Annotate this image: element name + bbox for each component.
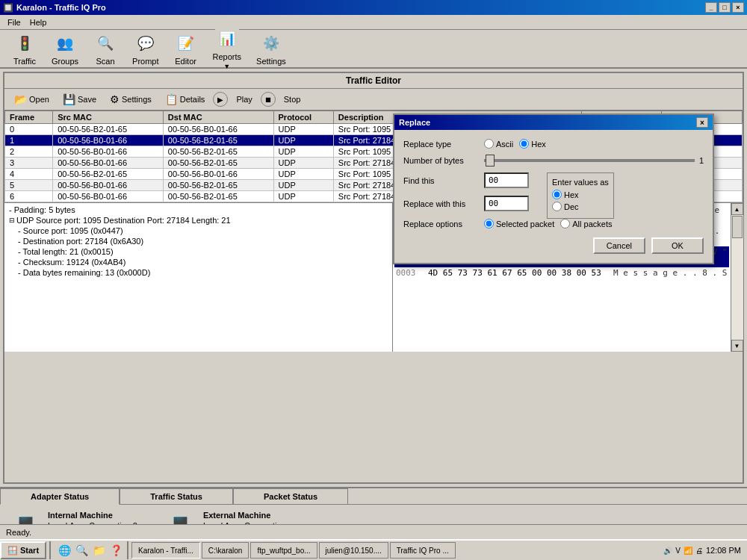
num-bytes-value: 1 <box>699 156 704 165</box>
col-frame: Frame <box>5 111 53 124</box>
groups-icon: 👥 <box>53 31 77 55</box>
replace-input[interactable] <box>484 196 529 211</box>
ascii-radio[interactable] <box>484 139 494 149</box>
dialog-close-button[interactable]: × <box>696 117 708 128</box>
find-label: Find this <box>403 176 478 185</box>
quick-launch-browser[interactable]: 🌐 <box>57 543 72 558</box>
tray-time: 12:08 PM <box>706 546 741 555</box>
num-bytes-label: Number of bytes <box>403 156 478 165</box>
selected-packet-label[interactable]: Selected packet <box>484 219 554 228</box>
scan-icon: 🔍 <box>93 31 117 55</box>
toolbar-scan[interactable]: 🔍 Scan <box>87 28 124 69</box>
settings-button[interactable]: ⚙ Settings <box>105 91 157 108</box>
tray-icon-network: 📶 <box>684 547 692 555</box>
toolbar-groups[interactable]: 👥 Groups <box>45 28 85 69</box>
quick-launch-folder[interactable]: 📁 <box>91 543 107 558</box>
toolbar-traffic[interactable]: 🚦 Traffic <box>6 28 43 69</box>
toolbar-editor[interactable]: 📝 Editor <box>167 28 205 69</box>
dialog-title-bar: Replace × <box>394 115 713 130</box>
find-row: Find this <box>403 172 529 188</box>
details-pane: - Padding: 5 bytes⊟ UDP Source port: 109… <box>4 202 743 352</box>
title-bar-controls: _ □ × <box>705 2 744 13</box>
selected-packet-radio[interactable] <box>484 219 494 228</box>
stop-circle-button[interactable]: ⏹ <box>261 92 276 107</box>
settings-small-icon: ⚙ <box>110 93 120 105</box>
start-button[interactable]: 🪟 Start <box>0 541 46 559</box>
status-tabs: Adapter Status Traffic Status Packet Sta… <box>0 488 747 505</box>
toolbar-reports[interactable]: 📊 Reports ▼ <box>206 24 249 73</box>
open-icon: 📂 <box>14 93 27 105</box>
enter-values-box: Enter values as Hex Dec <box>547 172 614 219</box>
minimize-button[interactable]: _ <box>705 2 717 13</box>
dec-values-radio[interactable] <box>552 202 562 211</box>
panel-title: Traffic Editor <box>4 73 743 89</box>
taskbar-julien[interactable]: julien@10.150.... <box>319 542 388 559</box>
hex-radio-type[interactable] <box>519 139 529 149</box>
replace-row: Replace with this <box>403 196 529 211</box>
title-bar: 🔲 Karalon - Traffic IQ Pro _ □ × <box>0 0 747 15</box>
quick-launch-search[interactable]: 🔍 <box>74 543 90 558</box>
replace-type-group: Ascii Hex <box>484 139 546 149</box>
toolbar-prompt[interactable]: 💬 Prompt <box>125 28 165 69</box>
replace-type-label: Replace type <box>403 140 478 149</box>
save-button[interactable]: 💾 Save <box>58 91 102 108</box>
taskbar-quick-launch: 🌐 🔍 📁 ❓ <box>57 543 124 558</box>
maximize-button[interactable]: □ <box>719 2 731 13</box>
external-machine-label: External Machine <box>203 511 286 520</box>
replace-dialog: Replace × Replace type Ascii <box>393 113 714 264</box>
taskbar-traffic-iq[interactable]: Traffic IQ Pro ... <box>390 542 456 559</box>
tray-icon-sound: 🔊 <box>663 547 672 555</box>
open-button[interactable]: 📂 Open <box>9 91 55 108</box>
num-bytes-slider[interactable]: 1 <box>484 156 704 165</box>
dialog-title-text: Replace <box>399 118 430 127</box>
col-src-mac: Src MAC <box>53 111 164 124</box>
replace-options-row: Replace options Selected packet All pack… <box>403 219 704 228</box>
ascii-radio-label[interactable]: Ascii <box>484 139 513 149</box>
dialog-buttons: Cancel OK <box>403 237 704 254</box>
hex-values-radio-label[interactable]: Hex <box>552 190 609 199</box>
app-icon: 🔲 <box>3 3 13 13</box>
slider-thumb[interactable] <box>486 155 495 167</box>
replace-type-row: Replace type Ascii Hex <box>403 139 704 149</box>
toolbar-settings[interactable]: ⚙️ Settings <box>249 28 293 69</box>
hex-values-radio[interactable] <box>552 190 562 199</box>
play-circle-button[interactable]: ▶ <box>213 92 228 107</box>
cancel-button[interactable]: Cancel <box>593 237 645 254</box>
start-label: Start <box>20 546 39 555</box>
all-packets-label[interactable]: All packets <box>560 219 612 228</box>
taskbar-separator-2 <box>127 541 128 559</box>
menu-file[interactable]: File <box>3 16 25 28</box>
tab-adapter-status[interactable]: Adapter Status <box>0 488 120 505</box>
ok-button[interactable]: OK <box>651 237 704 254</box>
enter-values-label: Enter values as <box>552 178 609 187</box>
main-toolbar: 🚦 Traffic 👥 Groups 🔍 Scan 💬 Prompt 📝 Edi… <box>0 30 747 69</box>
slider-track[interactable] <box>484 159 695 162</box>
tray-icon-v: V <box>675 547 681 555</box>
reports-icon: 📊 <box>215 27 239 51</box>
taskbar-ftp[interactable]: ftp_wuftpd_bo... <box>250 542 317 559</box>
all-packets-radio[interactable] <box>560 219 570 228</box>
stop-button[interactable]: Stop <box>279 93 306 106</box>
internal-machine-label: Internal Machine <box>48 511 137 520</box>
find-replace-section: Find this Replace with this Enter values… <box>403 172 704 219</box>
play-button[interactable]: Play <box>231 93 257 106</box>
menu-help[interactable]: Help <box>25 16 52 28</box>
taskbar-karalon-folder[interactable]: C:\karalon <box>202 542 249 559</box>
find-input[interactable] <box>484 172 529 188</box>
tab-packet-status[interactable]: Packet Status <box>233 488 348 504</box>
tab-traffic-status[interactable]: Traffic Status <box>120 488 233 504</box>
col-dst-mac: Dst MAC <box>163 111 273 124</box>
taskbar-separator <box>49 541 51 559</box>
details-button[interactable]: 📋 Details <box>160 91 211 108</box>
start-icon: 🪟 <box>7 546 18 556</box>
dec-values-radio-label[interactable]: Dec <box>552 202 609 211</box>
menu-bar: File Help <box>0 15 747 30</box>
taskbar-karalon[interactable]: Karalon - Traffi... <box>131 542 200 559</box>
quick-launch-help[interactable]: ❓ <box>108 543 124 558</box>
traffic-editor-panel: Traffic Editor 📂 Open 💾 Save ⚙ Settings … <box>3 72 744 484</box>
hex-radio-label[interactable]: Hex <box>519 139 546 149</box>
window-title: Karalon - Traffic IQ Pro <box>16 3 106 12</box>
close-button[interactable]: × <box>732 2 744 13</box>
title-bar-left: 🔲 Karalon - Traffic IQ Pro <box>3 3 106 13</box>
details-icon: 📋 <box>165 93 178 105</box>
